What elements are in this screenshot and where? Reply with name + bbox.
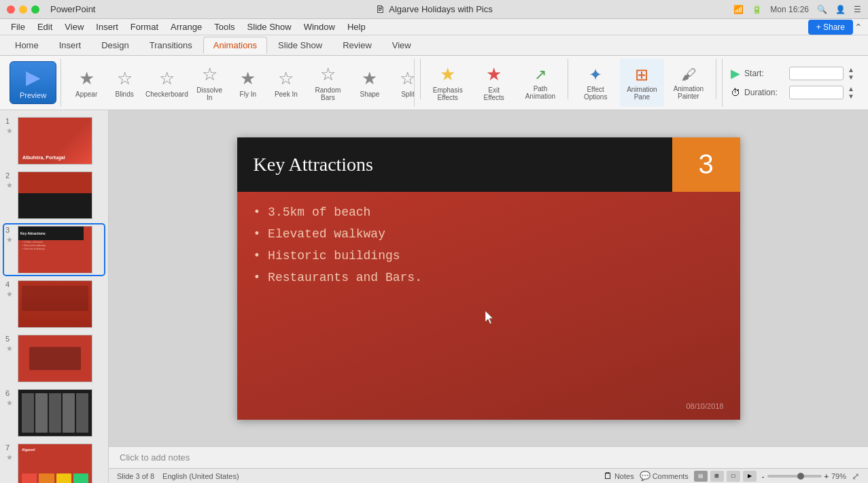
zoom-control: - + 79%: [762, 472, 846, 480]
menu-edit[interactable]: Edit: [32, 20, 58, 33]
anim-flyin[interactable]: ★ Fly In: [230, 65, 266, 101]
emphasis-effects-button[interactable]: ★ Emphasis Effects: [426, 59, 470, 107]
slide-number: 3: [698, 149, 713, 180]
duration-stepper[interactable]: ▲▼: [848, 85, 854, 100]
tab-view[interactable]: View: [383, 37, 421, 53]
reading-view-button[interactable]: □: [727, 471, 740, 482]
exit-icon: ★: [486, 64, 502, 85]
status-left: Slide 3 of 8 English (United States): [117, 472, 239, 480]
slide-view[interactable]: Key Attractions 3 • 3.5km of beach • Ele…: [109, 110, 868, 446]
zoom-slider[interactable]: [767, 475, 822, 478]
normal-view-button[interactable]: ▤: [694, 471, 708, 482]
preview-button[interactable]: ▶ Preview: [10, 61, 56, 104]
menu-help[interactable]: Help: [342, 20, 371, 33]
collapse-ribbon-icon[interactable]: ⌃: [854, 22, 863, 33]
menu-icon[interactable]: ☰: [854, 5, 861, 14]
preview-group: ▶ Preview: [5, 59, 61, 107]
slideshow-button[interactable]: ▶: [743, 471, 757, 482]
animations-ribbon: ▶ Preview ★ Appear ☆ Blinds ☆ Checkerboa…: [0, 56, 868, 110]
menu-slideshow[interactable]: Slide Show: [242, 20, 297, 33]
anim-randombars[interactable]: ☆ Random Bars: [306, 61, 350, 104]
zoom-plus-button[interactable]: +: [824, 472, 829, 480]
slide-thumb-6[interactable]: 6 ★: [4, 388, 104, 438]
animation-painter-icon: 🖌: [681, 66, 696, 84]
status-right: 🗒 Notes 💬 Comments ▤ ⊞ □ ▶ -: [604, 471, 860, 482]
title-bar: PowerPoint 🖹 Algarve Holidays with Pics …: [0, 0, 868, 19]
view-icons: ▤ ⊞ □ ▶: [694, 471, 757, 482]
anim-shape[interactable]: ★ Shape: [351, 65, 388, 101]
anim-split[interactable]: ☆ Split: [389, 65, 415, 101]
slide-img-1: Albufeira, Portugal: [18, 117, 92, 165]
zoom-minus-button[interactable]: -: [762, 472, 765, 480]
titlebar-right: 📶 🔋 Mon 16:26 🔍 👤 ☰: [733, 5, 861, 14]
animation-painter-button[interactable]: 🖌 Animation Painter: [667, 59, 710, 107]
close-button[interactable]: [7, 5, 15, 14]
divider: [420, 59, 421, 99]
notes-placeholder[interactable]: Click to add notes: [120, 452, 190, 463]
notes-bar[interactable]: Click to add notes: [109, 446, 868, 468]
notes-label: Notes: [614, 472, 634, 480]
slide-thumb-4[interactable]: 4 ★: [4, 279, 104, 329]
slide-thumb-1[interactable]: 1 ★ Albufeira, Portugal: [4, 116, 104, 166]
tab-slideshow[interactable]: Slide Show: [268, 37, 332, 53]
anim-peekin[interactable]: ☆ Peek In: [268, 65, 305, 101]
slide-img-2: [18, 171, 92, 219]
notes-button[interactable]: 🗒 Notes: [604, 471, 634, 481]
anim-dissolvein[interactable]: ☆ Dissolve In: [191, 61, 228, 104]
slide-canvas[interactable]: Key Attractions 3 • 3.5km of beach • Ele…: [237, 137, 740, 420]
duration-input[interactable]: [789, 86, 844, 99]
emphasis-icon: ★: [440, 64, 455, 85]
menu-window[interactable]: Window: [298, 20, 341, 33]
menu-insert[interactable]: Insert: [90, 20, 124, 33]
effect-options-button[interactable]: ✦ Effect Options: [574, 59, 617, 107]
menu-view[interactable]: View: [59, 20, 89, 33]
anim-checkerboard[interactable]: ☆ Checkerboard: [144, 65, 189, 101]
slide-img-6: [18, 389, 92, 437]
tab-animations[interactable]: Animations: [203, 37, 267, 54]
start-input[interactable]: [789, 67, 844, 80]
path-animation-button[interactable]: ↗ Path Animation: [519, 59, 562, 107]
slide-img-3: Key Attractions • 3.5km of beach• Elevat…: [18, 226, 92, 273]
comments-button[interactable]: 💬 Comments: [640, 471, 689, 481]
minimize-button[interactable]: [19, 5, 27, 14]
tab-design[interactable]: Design: [92, 37, 138, 53]
start-play-icon: ▶: [731, 66, 740, 81]
menu-arrange[interactable]: Arrange: [165, 20, 207, 33]
zoom-thumb[interactable]: [797, 473, 804, 480]
menu-format[interactable]: Format: [125, 20, 164, 33]
exit-effects-button[interactable]: ★ Exit Effects: [472, 59, 516, 107]
maximize-button[interactable]: [31, 5, 39, 14]
animation-pane-button[interactable]: ⊞ Animation Pane: [620, 59, 663, 107]
slide-img-4: [18, 280, 92, 328]
slide-star-7: ★: [6, 453, 13, 462]
slide-number-6: 6: [5, 389, 14, 397]
user-icon[interactable]: 👤: [835, 5, 846, 14]
menu-file[interactable]: File: [5, 20, 31, 33]
start-stepper-up[interactable]: ▲▼: [848, 66, 854, 81]
tab-review[interactable]: Review: [333, 37, 381, 53]
share-button[interactable]: + Share: [808, 20, 853, 35]
tab-insert[interactable]: Insert: [50, 37, 91, 53]
bullet-1: • 3.5km of beach: [254, 205, 422, 219]
slide-thumb-7[interactable]: 7 ★ Algarve!: [4, 442, 104, 483]
search-icon[interactable]: 🔍: [817, 5, 827, 14]
traffic-lights[interactable]: [7, 5, 39, 14]
anim-appear[interactable]: ★ Appear: [68, 65, 105, 101]
bullet-3: • Historic buildings: [254, 249, 422, 263]
clock: Mon 16:26: [770, 5, 809, 14]
slide-thumb-3[interactable]: 3 ★ Key Attractions • 3.5km of beach• El…: [4, 224, 104, 275]
tab-home[interactable]: Home: [5, 37, 48, 53]
slide-star-6: ★: [6, 399, 13, 407]
slide-sorter-button[interactable]: ⊞: [710, 471, 724, 482]
fit-slide-button[interactable]: ⤢: [852, 471, 860, 482]
tab-transitions[interactable]: Transitions: [140, 37, 202, 53]
slide-thumb-2[interactable]: 2 ★: [4, 170, 104, 220]
bullet-2: • Elevated walkway: [254, 227, 422, 241]
path-icon: ↗: [534, 66, 546, 84]
divider3: [716, 59, 716, 99]
bullet-4: • Restaurants and Bars.: [254, 271, 422, 284]
menu-tools[interactable]: Tools: [209, 20, 240, 33]
anim-blinds[interactable]: ☆ Blinds: [106, 65, 143, 101]
slide-img-5: [18, 335, 92, 382]
slide-thumb-5[interactable]: 5 ★: [4, 333, 104, 384]
